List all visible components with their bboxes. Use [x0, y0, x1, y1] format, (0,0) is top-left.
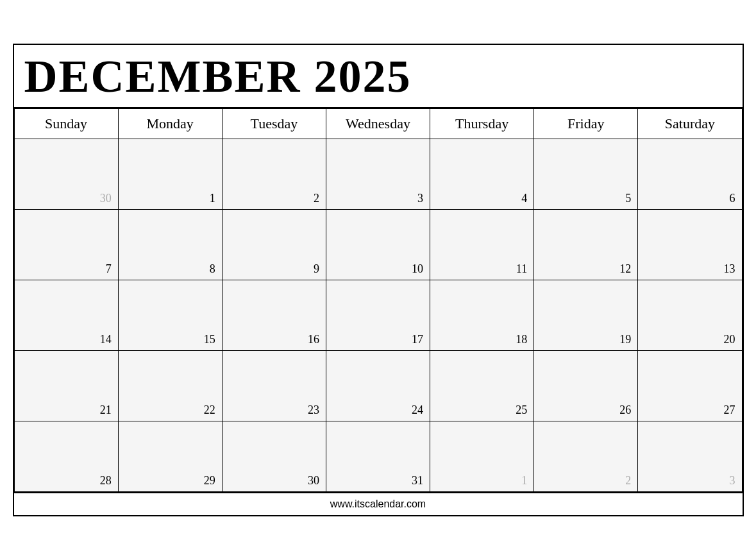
- calendar-day-cell: 23: [222, 351, 326, 421]
- calendar-day-cell: 11: [430, 210, 534, 280]
- calendar-day-cell: 30: [14, 139, 118, 210]
- calendar-week-row: 28293031123: [14, 421, 742, 492]
- calendar-day-cell: 3: [326, 139, 430, 210]
- calendar-grid: SundayMondayTuesdayWednesdayThursdayFrid…: [14, 108, 743, 492]
- calendar-day-cell: 1: [430, 421, 534, 492]
- calendar-day-cell: 8: [118, 210, 222, 280]
- calendar-day-cell: 5: [534, 139, 638, 210]
- calendar-day-cell: 12: [534, 210, 638, 280]
- calendar-day-cell: 7: [14, 210, 118, 280]
- calendar-day-cell: 21: [14, 351, 118, 421]
- calendar-day-cell: 15: [118, 280, 222, 351]
- calendar-footer: www.itscalendar.com: [14, 492, 743, 515]
- weekday-header-row: SundayMondayTuesdayWednesdayThursdayFrid…: [14, 109, 742, 139]
- calendar-day-cell: 29: [118, 421, 222, 492]
- weekday-header-sunday: Sunday: [14, 109, 118, 139]
- calendar-week-row: 30123456: [14, 139, 742, 210]
- weekday-header-friday: Friday: [534, 109, 638, 139]
- calendar-day-cell: 19: [534, 280, 638, 351]
- calendar-day-cell: 28: [14, 421, 118, 492]
- calendar-day-cell: 22: [118, 351, 222, 421]
- calendar-title: DECEMBER 2025: [14, 45, 743, 108]
- calendar-day-cell: 25: [430, 351, 534, 421]
- calendar-week-row: 78910111213: [14, 210, 742, 280]
- calendar-body: 3012345678910111213141516171819202122232…: [14, 139, 742, 492]
- calendar-day-cell: 14: [14, 280, 118, 351]
- weekday-header-tuesday: Tuesday: [222, 109, 326, 139]
- calendar-week-row: 14151617181920: [14, 280, 742, 351]
- calendar-day-cell: 18: [430, 280, 534, 351]
- calendar-day-cell: 2: [534, 421, 638, 492]
- calendar-day-cell: 16: [222, 280, 326, 351]
- weekday-header-wednesday: Wednesday: [326, 109, 430, 139]
- calendar-day-cell: 30: [222, 421, 326, 492]
- weekday-header-thursday: Thursday: [430, 109, 534, 139]
- calendar-day-cell: 20: [638, 280, 742, 351]
- calendar-day-cell: 10: [326, 210, 430, 280]
- calendar-day-cell: 4: [430, 139, 534, 210]
- calendar-day-cell: 1: [118, 139, 222, 210]
- weekday-header-saturday: Saturday: [638, 109, 742, 139]
- calendar-container: DECEMBER 2025 SundayMondayTuesdayWednesd…: [13, 44, 744, 516]
- calendar-day-cell: 2: [222, 139, 326, 210]
- calendar-day-cell: 6: [638, 139, 742, 210]
- calendar-day-cell: 9: [222, 210, 326, 280]
- weekday-header-monday: Monday: [118, 109, 222, 139]
- calendar-day-cell: 26: [534, 351, 638, 421]
- calendar-day-cell: 13: [638, 210, 742, 280]
- calendar-day-cell: 17: [326, 280, 430, 351]
- calendar-week-row: 21222324252627: [14, 351, 742, 421]
- calendar-day-cell: 24: [326, 351, 430, 421]
- calendar-day-cell: 31: [326, 421, 430, 492]
- calendar-day-cell: 3: [638, 421, 742, 492]
- calendar-day-cell: 27: [638, 351, 742, 421]
